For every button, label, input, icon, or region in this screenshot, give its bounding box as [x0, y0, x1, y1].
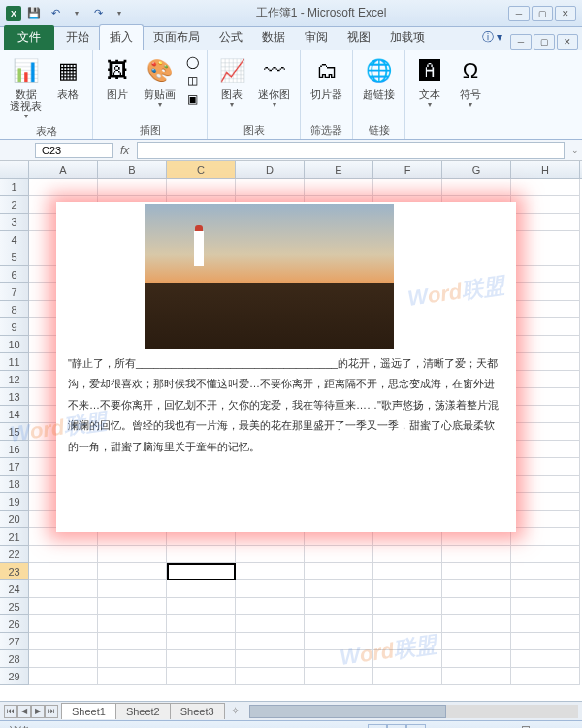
cell[interactable] — [442, 546, 511, 563]
row-header[interactable]: 22 — [0, 546, 29, 563]
undo-dropdown-icon[interactable]: ▾ — [68, 5, 85, 22]
cell[interactable] — [236, 546, 305, 563]
row-header[interactable]: 13 — [0, 388, 29, 406]
row-header[interactable]: 29 — [0, 668, 29, 685]
formula-bar[interactable] — [137, 142, 565, 159]
row-header[interactable]: 26 — [0, 615, 29, 633]
row-header[interactable]: 5 — [0, 248, 29, 266]
sheet-last-icon[interactable]: ⏭ — [45, 705, 58, 718]
row-header[interactable]: 27 — [0, 633, 29, 650]
cell[interactable] — [511, 179, 580, 196]
row-header[interactable]: 8 — [0, 301, 29, 318]
ribbon-minimize-button[interactable]: ─ — [510, 34, 532, 50]
cell[interactable] — [167, 598, 236, 615]
row-header[interactable]: 28 — [0, 650, 29, 668]
cell[interactable] — [511, 598, 580, 615]
row-header[interactable]: 25 — [0, 598, 29, 615]
cell[interactable] — [442, 179, 511, 196]
sheet-first-icon[interactable]: ⏮ — [4, 705, 17, 718]
fx-icon[interactable]: fx — [113, 144, 137, 157]
cell[interactable] — [305, 668, 373, 685]
row-header[interactable]: 14 — [0, 406, 29, 423]
cell[interactable] — [373, 633, 442, 650]
cell[interactable] — [511, 406, 580, 423]
cell[interactable] — [167, 179, 236, 196]
cell[interactable] — [511, 580, 580, 598]
table-button[interactable]: ▦ 表格 — [49, 53, 86, 102]
row-header[interactable]: 11 — [0, 353, 29, 371]
help-icon[interactable]: ⓘ ▾ — [474, 25, 510, 50]
row-header[interactable]: 15 — [0, 423, 29, 441]
row-header[interactable]: 18 — [0, 476, 29, 493]
cell[interactable] — [442, 563, 511, 580]
cell[interactable] — [236, 580, 305, 598]
tab-file[interactable]: 文件 — [4, 25, 54, 50]
close-button[interactable]: ✕ — [555, 6, 576, 21]
cell[interactable] — [305, 546, 373, 563]
cell[interactable] — [511, 563, 580, 580]
minimize-button[interactable]: ─ — [508, 6, 530, 21]
row-header[interactable]: 4 — [0, 231, 29, 248]
cell[interactable] — [373, 546, 442, 563]
pivottable-button[interactable]: 📊 数据 透视表 ▾ — [6, 53, 46, 122]
row-header[interactable]: 12 — [0, 371, 29, 388]
cell[interactable] — [305, 650, 373, 668]
cell[interactable] — [511, 336, 580, 353]
symbol-button[interactable]: Ω 符号 ▾ — [452, 53, 489, 111]
tab-home[interactable]: 开始 — [56, 25, 99, 50]
row-header[interactable]: 17 — [0, 458, 29, 476]
cell[interactable] — [373, 615, 442, 633]
pagelayout-view-icon[interactable]: ▤ — [387, 724, 406, 729]
cell[interactable] — [98, 546, 167, 563]
normal-view-icon[interactable]: ▦ — [368, 724, 387, 729]
tab-review[interactable]: 审阅 — [295, 25, 338, 50]
col-header[interactable]: D — [236, 161, 305, 178]
cell[interactable] — [98, 563, 167, 580]
cell[interactable] — [29, 546, 98, 563]
tab-addins[interactable]: 加载项 — [380, 25, 435, 50]
cell[interactable] — [511, 633, 580, 650]
cell[interactable] — [373, 580, 442, 598]
cell[interactable] — [442, 633, 511, 650]
ribbon-close-button[interactable]: ✕ — [557, 34, 578, 50]
cell[interactable] — [236, 650, 305, 668]
horizontal-scrollbar[interactable] — [249, 705, 578, 718]
row-header[interactable]: 6 — [0, 266, 29, 283]
col-header[interactable]: E — [305, 161, 373, 178]
new-sheet-icon[interactable]: ✧ — [225, 705, 245, 717]
cell[interactable] — [305, 563, 373, 580]
cell[interactable] — [29, 650, 98, 668]
shapes-icon[interactable]: ◯ — [183, 53, 201, 71]
cell[interactable] — [167, 546, 236, 563]
cell[interactable] — [98, 668, 167, 685]
row-header[interactable]: 23 — [0, 563, 29, 580]
cell[interactable] — [167, 580, 236, 598]
cell[interactable] — [236, 668, 305, 685]
maximize-button[interactable]: ▢ — [532, 6, 553, 21]
col-header[interactable]: G — [442, 161, 511, 178]
cell[interactable] — [167, 563, 236, 580]
cell[interactable] — [373, 179, 442, 196]
cell[interactable] — [442, 668, 511, 685]
pagebreak-view-icon[interactable]: ▭ — [406, 724, 426, 729]
cell[interactable] — [29, 633, 98, 650]
redo-icon[interactable]: ↷ — [89, 5, 107, 22]
sheet-tab[interactable]: Sheet1 — [61, 703, 116, 719]
hyperlink-button[interactable]: 🌐 超链接 — [359, 53, 399, 102]
cell[interactable] — [373, 598, 442, 615]
tab-formulas[interactable]: 公式 — [210, 25, 252, 50]
row-header[interactable]: 20 — [0, 511, 29, 528]
col-header[interactable]: C — [167, 161, 236, 178]
cell[interactable] — [29, 563, 98, 580]
cell[interactable] — [236, 563, 305, 580]
worksheet-grid[interactable]: A B C D E F G H 123456789101112131415161… — [0, 161, 582, 701]
cell[interactable] — [167, 633, 236, 650]
cell[interactable] — [29, 179, 98, 196]
col-header[interactable]: B — [98, 161, 167, 178]
cell[interactable] — [29, 668, 98, 685]
select-all-corner[interactable] — [0, 161, 29, 178]
cell[interactable] — [511, 283, 580, 301]
row-header[interactable]: 1 — [0, 179, 29, 196]
save-icon[interactable]: 💾 — [25, 5, 43, 22]
cell[interactable] — [511, 301, 580, 318]
